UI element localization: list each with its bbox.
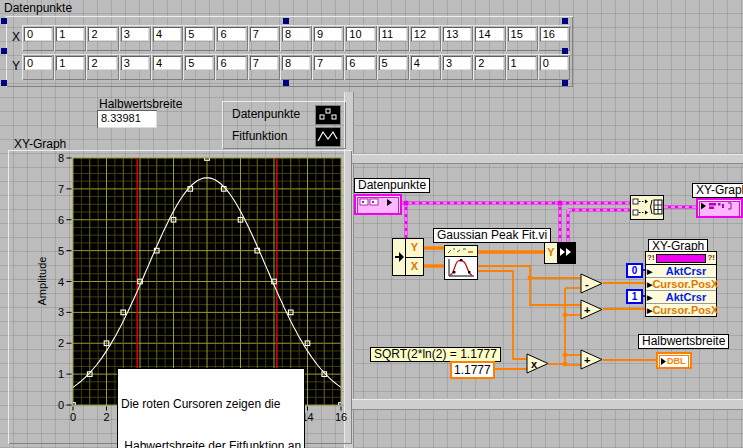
numeric-input[interactable]: 3 [121,27,149,41]
numeric-input[interactable]: 0 [540,56,568,70]
unbundle-node[interactable]: Y X [392,238,424,276]
numeric-input[interactable]: 8 [282,27,310,41]
numeric-input[interactable]: 2 [88,56,116,70]
multiply-node[interactable]: x [526,353,550,374]
array-element: 8 [280,54,312,80]
array-element: 5 [377,54,409,80]
selection-handle[interactable] [283,80,289,86]
numeric-input[interactable]: 6 [346,56,374,70]
numeric-input[interactable]: 14 [475,27,503,41]
selection-handle[interactable] [562,18,568,24]
annotation-line2: Habwertsbreite der Fitfunktion an [121,439,301,448]
numeric-input[interactable]: 12 [411,27,439,41]
svg-text:6: 6 [58,214,64,226]
property-row-aktcrsr-0[interactable]: ▶ AktCrsr [646,265,716,278]
selection-handle[interactable] [1,18,7,24]
input-arrow-icon: ▶ [646,293,656,302]
numeric-input[interactable]: 2 [475,56,503,70]
numeric-input[interactable]: 6 [217,27,245,41]
diagram-halbwertsbreite-label: Halbwertsbreite [638,334,729,349]
add-node-1[interactable]: + [580,299,604,320]
bundle-node[interactable]: Y [544,242,576,264]
numeric-input[interactable]: 7 [314,56,342,70]
legend-point-style-icon[interactable] [315,105,341,125]
numeric-input[interactable]: 0 [24,56,52,70]
array-element: 2 [86,25,118,51]
array-element: 3 [119,25,151,51]
numeric-input[interactable]: 7 [250,56,278,70]
x-array-label: X [12,30,20,44]
graph-terminal-icon [699,201,740,217]
array-element: 4 [409,54,441,80]
numeric-input[interactable]: 4 [411,56,439,70]
selection-handle[interactable] [1,48,7,54]
numeric-input[interactable]: 1 [508,56,536,70]
numeric-input[interactable]: 4 [153,27,181,41]
property-row-aktcrsr-1[interactable]: ▶ AktCrsr [646,291,716,304]
graph-annotation: Die roten Cursoren zeigen die Habwertsbr… [117,368,305,448]
numeric-input[interactable]: 6 [217,56,245,70]
array-element: 1 [54,25,86,51]
array-element: 12 [409,25,441,51]
sqrt-comment-label: SQRT(2*ln(2) = 1.1777 [370,347,501,362]
numeric-input[interactable]: 2 [88,27,116,41]
constant-1-1777[interactable]: 1.1777 [450,361,495,379]
bundle-icon [558,243,575,263]
array-element: 0 [22,54,54,80]
add-node-2[interactable]: + [580,349,604,370]
y-axis-label: Amplitude [36,257,48,306]
unbundle-x-output: X [406,258,423,276]
property-row-cursor-posx-0[interactable]: ▶ Cursor.PosX [646,278,716,291]
labview-workspace: Datenpunkte X Y 012345678910111213141516… [0,0,743,448]
numeric-input[interactable]: 3 [121,56,149,70]
numeric-input[interactable]: 9 [314,27,342,41]
gaussian-peak-fit-vi-icon[interactable] [444,245,478,280]
error-glyph: ?! [706,254,716,262]
datenpunkte-terminal[interactable] [354,194,402,215]
legend-item-fitfunktion[interactable]: Fitfunktion [232,129,287,143]
array-element: 4 [151,54,183,80]
selection-handle[interactable] [562,48,568,54]
property-node-header: ?! ?! [646,252,716,265]
svg-text:+: + [584,354,590,366]
legend-line-style-icon[interactable] [315,127,341,147]
numeric-input[interactable]: 5 [185,27,213,41]
numeric-input[interactable]: 16 [540,27,568,41]
diagram-datenpunkte-label: Datenpunkte [354,178,430,193]
numeric-input[interactable]: 0 [24,27,52,41]
numeric-input[interactable]: 15 [508,27,536,41]
error-glyph: ?! [646,254,656,262]
array-element: 1 [506,54,538,80]
halbwertsbreite-dbl-terminal[interactable]: DBL [656,352,692,369]
xy-graph-terminal[interactable] [696,198,743,218]
constant-1[interactable]: 1 [626,289,643,304]
y-array: 01234567876543210 [22,54,570,76]
numeric-input[interactable]: 7 [250,27,278,41]
svg-text:0: 0 [58,399,64,411]
numeric-input[interactable]: 10 [346,27,374,41]
property-row-cursor-posx-1[interactable]: ▶ Cursor.PosX [646,304,716,316]
build-array-node[interactable] [630,195,664,220]
array-element: 11 [377,25,409,51]
numeric-input[interactable]: 11 [379,27,407,41]
xy-graph-property-node[interactable]: ?! ?! ▶ AktCrsr ▶ Cursor.PosX ▶ AktCrsr … [645,251,717,317]
selection-handle[interactable] [1,80,7,86]
selection-handle[interactable] [562,80,568,86]
selection-handle[interactable] [283,18,289,24]
subtract-node[interactable]: - [580,273,604,294]
numeric-input[interactable]: 5 [379,56,407,70]
numeric-input[interactable]: 8 [282,56,310,70]
numeric-input[interactable]: 1 [56,27,84,41]
diagram-bottom-border [352,399,743,410]
legend-item-datenpunkte[interactable]: Datenpunkte [232,107,300,121]
numeric-input[interactable]: 13 [443,27,471,41]
numeric-input[interactable]: 4 [153,56,181,70]
svg-text:3: 3 [58,306,64,318]
numeric-input[interactable]: 1 [56,56,84,70]
numeric-input[interactable]: 5 [185,56,213,70]
svg-text:-: - [585,278,589,290]
constant-0[interactable]: 0 [626,263,643,278]
numeric-input[interactable]: 3 [443,56,471,70]
array-element: 5 [183,25,215,51]
cluster-terminal-icon [357,197,399,214]
